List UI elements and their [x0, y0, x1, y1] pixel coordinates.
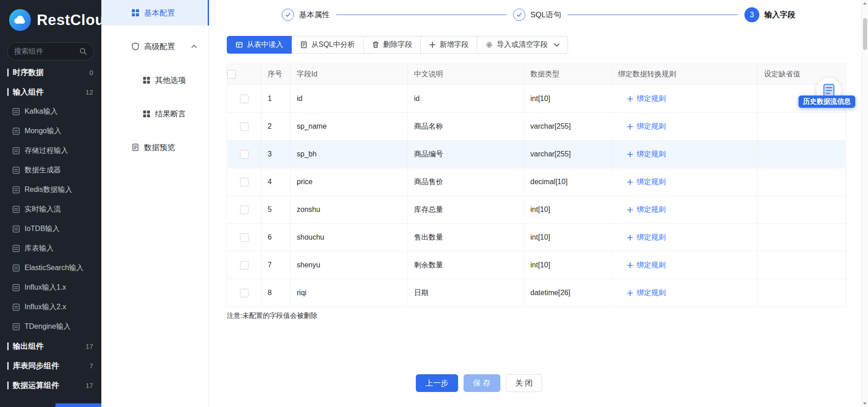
row-checkbox[interactable] [240, 150, 249, 159]
cell-default-value [758, 113, 846, 141]
component-label: ElasticSearch输入 [25, 263, 84, 273]
section-marker [7, 69, 9, 76]
bind-rule-label: 绑定规则 [637, 288, 666, 298]
bind-rule-link[interactable]: 绑定规则 [627, 233, 666, 242]
sidebar-item-table-input[interactable]: 库表输入 [0, 239, 101, 258]
bind-rule-link[interactable]: 绑定规则 [627, 122, 666, 131]
check-icon [513, 9, 525, 21]
sidebar-section[interactable]: 输出组件17 [0, 337, 101, 356]
sidebar-section[interactable]: 输入组件12 [0, 82, 101, 102]
table-row: 8riqi日期datetime[26]绑定规则 [227, 279, 846, 307]
history-dataflow-badge[interactable]: 历史数据流信息 [798, 95, 855, 108]
row-checkbox[interactable] [240, 233, 249, 242]
sidebar-item-iotdb[interactable]: IoTDB输入 [0, 219, 101, 239]
section-count: 17 [85, 382, 93, 389]
cell-field-id: riqi [290, 279, 408, 307]
cell-data-type: int[10] [524, 224, 612, 251]
bind-rule-label: 绑定规则 [637, 94, 666, 104]
nav-label: 高级配置 [144, 41, 175, 52]
sidebar-item-data-generator[interactable]: 数据生成器 [0, 161, 101, 180]
redis-icon [12, 186, 20, 194]
col-chinese-desc: 中文说明 [408, 64, 524, 85]
cell-field-id: id [290, 85, 408, 113]
step-basic-attributes[interactable]: 基本属性 [282, 9, 330, 21]
component-label: Influx输入2.x [25, 302, 66, 312]
nav-label: 数据预览 [144, 142, 175, 153]
search-input[interactable] [14, 47, 79, 55]
scrollbar-thumb[interactable] [863, 18, 867, 50]
sidebar-section[interactable]: 时序数据0 [0, 63, 101, 82]
component-search [7, 42, 94, 60]
row-checkbox[interactable] [240, 261, 249, 270]
sidebar-section[interactable]: 库表同步组件7 [0, 356, 101, 376]
bind-rule-link[interactable]: 绑定规则 [627, 288, 666, 298]
bind-rule-label: 绑定规则 [637, 177, 666, 187]
cell-data-type: int[10] [524, 196, 612, 224]
import-or-clear-fields-button[interactable]: 导入或清空字段 [477, 36, 568, 54]
cell-no: 1 [261, 85, 290, 113]
section-label: 输入组件 [13, 87, 85, 97]
data-generator-icon [12, 166, 20, 174]
step-number-badge: 3 [744, 7, 759, 22]
sidebar-item-stored-procedure[interactable]: 存储过程输入 [0, 141, 101, 161]
row-checkbox[interactable] [240, 122, 249, 131]
bind-rule-link[interactable]: 绑定规则 [627, 261, 666, 270]
cell-no: 8 [261, 279, 290, 307]
sidebar-item-influx-1x[interactable]: Influx输入1.x [0, 278, 101, 297]
row-checkbox[interactable] [240, 289, 249, 297]
nav-item-data-preview[interactable]: 数据预览 [101, 135, 209, 160]
delete-field-button[interactable]: 删除字段 [363, 36, 421, 54]
sidebar-item-tdengine[interactable]: TDengine输入 [0, 317, 101, 337]
row-checkbox[interactable] [240, 95, 249, 103]
bind-rule-link[interactable]: 绑定规则 [627, 205, 666, 215]
component-label: 存储过程输入 [25, 146, 68, 156]
history-dataflow-widget: 历史数据流信息 [791, 78, 855, 111]
nav-item-basic-config[interactable]: 基本配置 [101, 0, 209, 25]
scroll-up-arrow[interactable] [862, 0, 868, 7]
component-label: TDengine输入 [25, 322, 70, 332]
cell-default-value [758, 168, 846, 196]
component-label: Kafka输入 [25, 107, 58, 116]
row-checkbox[interactable] [240, 178, 249, 186]
analyze-from-sql-button[interactable]: 从SQL中分析 [291, 36, 364, 54]
close-button[interactable]: 关 闭 [506, 374, 543, 392]
sidebar-item-redis[interactable]: Redis数据输入 [0, 180, 101, 200]
sidebar-item-kafka[interactable]: Kafka输入 [0, 102, 101, 121]
button-label: 删除字段 [383, 40, 412, 50]
sidebar-item-realtime-stream[interactable]: 实时输入流 [0, 200, 101, 219]
section-marker [7, 362, 9, 370]
nav-item-advanced-config[interactable]: 高级配置 [101, 34, 209, 59]
app-window: RestCloud 时序数据0输入组件12Kafka输入Mongo输入存储过程输… [0, 0, 868, 407]
bind-rule-link[interactable]: 绑定规则 [627, 150, 666, 159]
grid-icon [143, 110, 150, 118]
section-label: 时序数据 [13, 67, 90, 78]
row-checkbox[interactable] [240, 206, 249, 214]
chevron-up-icon[interactable] [191, 45, 197, 48]
nav-item-other-options[interactable]: 其他选项 [101, 67, 209, 93]
select-all-checkbox[interactable] [227, 70, 236, 79]
plus-icon [627, 235, 633, 241]
bind-rule-link[interactable]: 绑定规则 [627, 177, 666, 187]
step-input-fields[interactable]: 3 输入字段 [744, 7, 795, 22]
save-button[interactable]: 保 存 [464, 374, 500, 392]
influx-2x-icon [12, 303, 20, 311]
sidebar-section[interactable]: 数据运算组件17 [0, 376, 101, 395]
sidebar-item-influx-2x[interactable]: Influx输入2.x [0, 297, 101, 317]
section-marker [7, 88, 9, 96]
table-row: 5zonshu库存总量int[10]绑定规则 [227, 196, 846, 224]
trash-icon [372, 41, 379, 49]
sidebar-item-elasticsearch[interactable]: ElasticSearch输入 [0, 258, 101, 278]
add-field-button[interactable]: 新增字段 [420, 36, 477, 54]
nav-item-result-assertion[interactable]: 结果断言 [101, 101, 209, 126]
previous-step-button[interactable]: 上一步 [416, 374, 458, 392]
step-connector [336, 15, 507, 15]
component-label: 库表输入 [25, 244, 54, 253]
scroll-down-arrow[interactable] [862, 400, 868, 407]
read-from-table-button[interactable]: 从表中读入 [227, 36, 292, 54]
step-sql-statement[interactable]: SQL语句 [513, 9, 561, 21]
bind-rule-link[interactable]: 绑定规则 [627, 94, 666, 104]
table-row: 4price商品售价decimal[10]绑定规则 [227, 168, 846, 196]
col-field-id: 字段Id [290, 64, 408, 85]
cell-data-type: varchar[255] [524, 141, 612, 168]
sidebar-item-mongo[interactable]: Mongo输入 [0, 121, 101, 141]
